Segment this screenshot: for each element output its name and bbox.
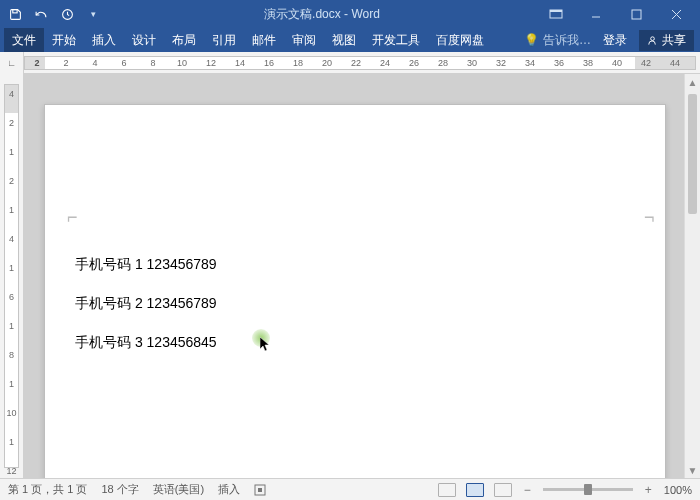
ruler-tick: 1 xyxy=(9,205,14,215)
scroll-down-icon[interactable]: ▼ xyxy=(685,462,700,478)
ruler-tick: 20 xyxy=(322,58,332,68)
minimize-icon[interactable] xyxy=(584,4,608,24)
ruler-tick: 4 xyxy=(92,58,97,68)
horizontal-ruler[interactable]: 2246810121416182022242628303234363840424… xyxy=(24,56,696,70)
close-icon[interactable] xyxy=(664,4,688,24)
document-content[interactable]: 手机号码 1 123456789 手机号码 2 123456789 手机号码 3… xyxy=(75,245,217,363)
scroll-thumb[interactable] xyxy=(688,94,697,214)
share-label: 共享 xyxy=(662,32,686,49)
tab-file[interactable]: 文件 xyxy=(4,28,44,52)
zoom-in-button[interactable]: + xyxy=(643,483,654,497)
insert-mode[interactable]: 插入 xyxy=(218,482,240,497)
maximize-icon[interactable] xyxy=(624,4,648,24)
ruler-area: ∟ 22468101214161820222426283032343638404… xyxy=(0,52,700,74)
ruler-tick: 38 xyxy=(583,58,593,68)
ruler-tick: 12 xyxy=(206,58,216,68)
ruler-corner[interactable]: ∟ xyxy=(0,52,24,74)
text-line[interactable]: 手机号码 2 123456789 xyxy=(75,284,217,323)
view-web-icon[interactable] xyxy=(494,483,512,497)
lightbulb-icon: 💡 xyxy=(524,33,539,47)
share-icon xyxy=(647,35,658,46)
page-count[interactable]: 第 1 页，共 1 页 xyxy=(8,482,87,497)
ruler-tick: 10 xyxy=(6,408,16,418)
login-link[interactable]: 登录 xyxy=(597,32,633,49)
ribbon-right: 💡 告诉我… 登录 共享 xyxy=(524,28,700,52)
vertical-scrollbar[interactable]: ▲ ▼ xyxy=(684,74,700,478)
redo-icon[interactable] xyxy=(60,7,74,21)
language-status[interactable]: 英语(美国) xyxy=(153,482,204,497)
text-line[interactable]: 手机号码 1 123456789 xyxy=(75,245,217,284)
text-line[interactable]: 手机号码 3 123456845 xyxy=(75,323,217,362)
view-read-icon[interactable] xyxy=(438,483,456,497)
ruler-tick: 2 xyxy=(9,118,14,128)
tab-home[interactable]: 开始 xyxy=(44,28,84,52)
ruler-tick: 34 xyxy=(525,58,535,68)
ruler-tick: 1 xyxy=(9,263,14,273)
ruler-tick: 44 xyxy=(670,58,680,68)
ribbon-tabs: 文件 开始 插入 设计 布局 引用 邮件 审阅 视图 开发工具 百度网盘 💡 告… xyxy=(0,28,700,52)
ruler-tick: 14 xyxy=(235,58,245,68)
view-print-icon[interactable] xyxy=(466,483,484,497)
title-bar: ▾ 演示文稿.docx - Word xyxy=(0,0,700,28)
scroll-up-icon[interactable]: ▲ xyxy=(685,74,700,90)
document-title: 演示文稿.docx - Word xyxy=(100,6,544,23)
vertical-ruler[interactable]: 4212141618110112 xyxy=(0,74,24,478)
ruler-tick: 6 xyxy=(121,58,126,68)
document-page[interactable]: ⌐ ⌐ 手机号码 1 123456789 手机号码 2 123456789 手机… xyxy=(44,104,666,478)
svg-rect-5 xyxy=(632,10,641,19)
zoom-thumb[interactable] xyxy=(584,484,592,495)
tab-view[interactable]: 视图 xyxy=(324,28,364,52)
word-count[interactable]: 18 个字 xyxy=(101,482,138,497)
ruler-tick: 10 xyxy=(177,58,187,68)
ruler-tick: 18 xyxy=(293,58,303,68)
ruler-tick: 1 xyxy=(9,379,14,389)
cursor-icon xyxy=(260,337,272,353)
tab-review[interactable]: 审阅 xyxy=(284,28,324,52)
tab-baidu[interactable]: 百度网盘 xyxy=(428,28,492,52)
qat-dropdown-icon[interactable]: ▾ xyxy=(86,7,100,21)
ruler-tick: 2 xyxy=(9,176,14,186)
page-area: ⌐ ⌐ 手机号码 1 123456789 手机号码 2 123456789 手机… xyxy=(24,74,700,478)
share-button[interactable]: 共享 xyxy=(639,30,694,51)
ruler-tick: 2 xyxy=(34,58,39,68)
svg-rect-0 xyxy=(12,9,16,12)
ruler-tick: 2 xyxy=(63,58,68,68)
margin-mark-tl: ⌐ xyxy=(67,207,78,228)
ruler-tick: 12 xyxy=(6,466,16,476)
save-icon[interactable] xyxy=(8,7,22,21)
tab-mailings[interactable]: 邮件 xyxy=(244,28,284,52)
ruler-tick: 1 xyxy=(9,437,14,447)
ruler-tick: 6 xyxy=(9,292,14,302)
ruler-tick: 28 xyxy=(438,58,448,68)
status-right: − + 100% xyxy=(438,483,692,497)
ruler-tick: 26 xyxy=(409,58,419,68)
tell-me-search[interactable]: 💡 告诉我… xyxy=(524,32,591,49)
workspace: 4212141618110112 ⌐ ⌐ 手机号码 1 123456789 手机… xyxy=(0,74,700,478)
zoom-level[interactable]: 100% xyxy=(664,484,692,496)
zoom-out-button[interactable]: − xyxy=(522,483,533,497)
ruler-tick: 8 xyxy=(150,58,155,68)
ruler-tick: 8 xyxy=(9,350,14,360)
tab-insert[interactable]: 插入 xyxy=(84,28,124,52)
tell-me-label: 告诉我… xyxy=(543,32,591,49)
window-controls xyxy=(544,4,700,24)
ruler-tick: 16 xyxy=(264,58,274,68)
ribbon-options-icon[interactable] xyxy=(544,4,568,24)
ruler-tick: 40 xyxy=(612,58,622,68)
tab-developer[interactable]: 开发工具 xyxy=(364,28,428,52)
ruler-tick: 36 xyxy=(554,58,564,68)
ruler-tick: 42 xyxy=(641,58,651,68)
status-bar: 第 1 页，共 1 页 18 个字 英语(美国) 插入 − + 100% xyxy=(0,478,700,500)
ruler-tick: 24 xyxy=(380,58,390,68)
svg-rect-10 xyxy=(258,488,262,492)
tab-layout[interactable]: 布局 xyxy=(164,28,204,52)
zoom-slider[interactable] xyxy=(543,488,633,491)
ruler-tick: 32 xyxy=(496,58,506,68)
tab-references[interactable]: 引用 xyxy=(204,28,244,52)
tab-design[interactable]: 设计 xyxy=(124,28,164,52)
ruler-tick: 30 xyxy=(467,58,477,68)
ruler-tick: 1 xyxy=(9,321,14,331)
margin-mark-tr: ⌐ xyxy=(644,207,655,228)
undo-icon[interactable] xyxy=(34,7,48,21)
macro-icon[interactable] xyxy=(254,484,266,496)
